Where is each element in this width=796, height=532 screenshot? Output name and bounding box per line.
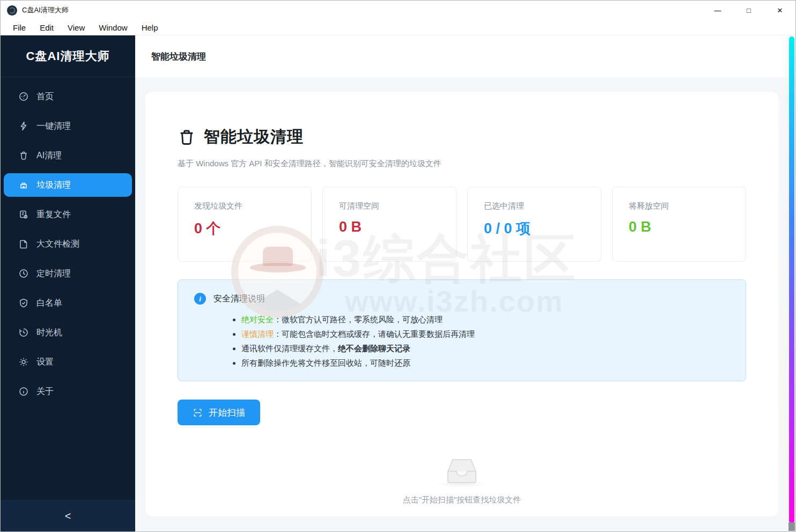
sidebar-item-label: 白名单 <box>36 298 62 309</box>
info-icon <box>19 387 28 396</box>
titlebar: C盘AI清理大师 — □ ✕ <box>1 1 795 20</box>
maximize-button[interactable]: □ <box>733 1 764 20</box>
sidebar-header: C盘AI清理大师 <box>1 35 135 77</box>
history-icon <box>19 328 28 337</box>
bullet-highlight: 谨慎清理 <box>241 329 274 338</box>
stat-label: 发现垃圾文件 <box>194 201 295 211</box>
card-title-row: 智能垃圾清理 <box>178 126 746 148</box>
stat-card-selected: 已选中清理 0 / 0 项 <box>467 187 601 262</box>
content-area: 智能垃圾清理 基于 Windows 官方 API 和安全清理路径，智能识别可安全… <box>135 77 795 532</box>
menu-help[interactable]: Help <box>135 22 165 33</box>
sidebar-item-settings[interactable]: 设置 <box>4 350 132 374</box>
sidebar-item-ai-clean[interactable]: AI清理 <box>4 144 132 167</box>
sidebar-item-home[interactable]: 首页 <box>4 85 132 108</box>
main-area: 智能垃圾清理 智能垃圾清理 基于 Windows 官方 API 和安全清理路径，… <box>135 35 795 532</box>
notice-bullet: 所有删除操作先将文件移至回收站，可随时还原 <box>241 356 731 370</box>
menu-file[interactable]: File <box>6 22 33 33</box>
duplicate-files-icon <box>19 210 28 219</box>
empty-inbox-icon <box>444 456 480 485</box>
resize-grip[interactable] <box>788 522 795 531</box>
window-controls: — □ ✕ <box>702 1 795 20</box>
sidebar-item-label: 大文件检测 <box>36 239 79 250</box>
notice-bullet-list: 绝对安全：微软官方认可路径，零系统风险，可放心清理 谨慎清理：可能包含临时文档或… <box>241 312 731 370</box>
sidebar: C盘AI清理大师 首页 一键清理 AI清理 <box>1 35 135 532</box>
stat-card-space-to-free: 将释放空间 0 B <box>612 187 746 262</box>
notice-title: 安全清理说明 <box>213 293 265 305</box>
stat-card-cleanable-space: 可清理空间 0 B <box>322 187 456 262</box>
sidebar-nav: 首页 一键清理 AI清理 垃圾清理 <box>1 77 135 500</box>
bullet-text: 所有删除操作先将文件移至回收站，可随时还原 <box>241 358 410 367</box>
bullet-text: ：可能包含临时文档或缓存，请确认无重要数据后再清理 <box>274 329 475 338</box>
bullet-bold-text: 绝不会删除聊天记录 <box>338 344 410 353</box>
sidebar-item-label: 一键清理 <box>36 121 71 132</box>
section-subtitle: 基于 Windows 官方 API 和安全清理路径，智能识别可安全清理的垃圾文件 <box>178 159 746 169</box>
shield-check-icon <box>19 298 28 308</box>
sidebar-item-label: 时光机 <box>36 327 62 338</box>
notice-header: i 安全清理说明 <box>194 293 731 305</box>
app-icon <box>7 5 17 16</box>
chevron-left-icon: < <box>65 510 71 522</box>
clock-icon <box>19 269 28 278</box>
sidebar-item-duplicate-files[interactable]: 重复文件 <box>4 203 132 226</box>
empty-state-text: 点击"开始扫描"按钮查找垃圾文件 <box>145 495 778 505</box>
menu-view[interactable]: View <box>61 22 92 33</box>
sidebar-item-label: 垃圾清理 <box>36 180 71 191</box>
sidebar-item-label: 重复文件 <box>36 209 71 220</box>
lightning-icon <box>19 121 28 131</box>
scan-icon <box>193 408 203 418</box>
file-icon <box>19 239 28 249</box>
minimize-button[interactable]: — <box>702 1 733 20</box>
stat-card-found-files: 发现垃圾文件 0 个 <box>178 187 312 262</box>
empty-state: 点击"开始扫描"按钮查找垃圾文件 <box>145 456 778 505</box>
sidebar-item-label: 关于 <box>36 386 54 397</box>
bullet-text: 通讯软件仅清理缓存文件， <box>241 344 338 353</box>
menu-window[interactable]: Window <box>92 22 134 33</box>
start-scan-button[interactable]: 开始扫描 <box>178 400 260 425</box>
safety-notice-box: i 安全清理说明 绝对安全：微软官方认可路径，零系统风险，可放心清理 谨慎清理：… <box>178 279 746 381</box>
menu-edit[interactable]: Edit <box>33 22 61 33</box>
trash-icon <box>178 128 196 146</box>
notice-bullet: 通讯软件仅清理缓存文件，绝不会删除聊天记录 <box>241 341 731 356</box>
sidebar-item-one-click-clean[interactable]: 一键清理 <box>4 114 132 138</box>
stat-label: 将释放空间 <box>629 201 729 211</box>
broom-icon <box>19 180 28 190</box>
sidebar-item-whitelist[interactable]: 白名单 <box>4 291 132 315</box>
sidebar-item-scheduled-clean[interactable]: 定时清理 <box>4 262 132 285</box>
sidebar-item-label: 定时清理 <box>36 268 71 279</box>
page-title: 智能垃圾清理 <box>151 50 206 63</box>
section-title: 智能垃圾清理 <box>204 126 304 148</box>
info-icon: i <box>194 293 206 305</box>
stats-row: 发现垃圾文件 0 个 可清理空间 0 B 已选中清理 0 / 0 项 将释放空间… <box>178 187 746 262</box>
stat-label: 已选中清理 <box>484 201 585 211</box>
sidebar-item-label: AI清理 <box>36 150 62 161</box>
stat-value: 0 B <box>629 219 729 235</box>
gear-icon <box>19 357 28 367</box>
notice-bullet: 绝对安全：微软官方认可路径，零系统风险，可放心清理 <box>241 312 731 327</box>
content-card: 智能垃圾清理 基于 Windows 官方 API 和安全清理路径，智能识别可安全… <box>145 92 778 516</box>
sidebar-app-title: C盘AI清理大师 <box>26 48 110 64</box>
bullet-text: ：微软官方认可路径，零系统风险，可放心清理 <box>274 315 443 324</box>
sidebar-collapse-button[interactable]: < <box>1 500 135 532</box>
window-title: C盘AI清理大师 <box>22 5 69 15</box>
stat-value: 0 / 0 项 <box>484 219 585 238</box>
sidebar-item-label: 首页 <box>36 91 54 102</box>
trash-icon <box>19 151 28 160</box>
page-header: 智能垃圾清理 <box>135 35 795 77</box>
stat-label: 可清理空间 <box>339 201 440 211</box>
stat-value: 0 个 <box>194 219 295 238</box>
stat-value: 0 B <box>339 219 440 235</box>
bullet-highlight: 绝对安全 <box>241 315 274 324</box>
sidebar-item-time-machine[interactable]: 时光机 <box>4 321 132 344</box>
sidebar-item-label: 设置 <box>36 357 54 368</box>
gradient-scrollbar[interactable] <box>789 36 794 523</box>
start-scan-label: 开始扫描 <box>209 407 245 419</box>
close-button[interactable]: ✕ <box>764 1 795 20</box>
sidebar-item-junk-clean[interactable]: 垃圾清理 <box>4 173 132 197</box>
notice-bullet: 谨慎清理：可能包含临时文档或缓存，请确认无重要数据后再清理 <box>241 327 731 341</box>
sidebar-item-about[interactable]: 关于 <box>4 380 132 403</box>
sidebar-item-large-file-detect[interactable]: 大文件检测 <box>4 232 132 256</box>
menubar: File Edit View Window Help <box>1 20 795 35</box>
dashboard-icon <box>19 92 28 101</box>
